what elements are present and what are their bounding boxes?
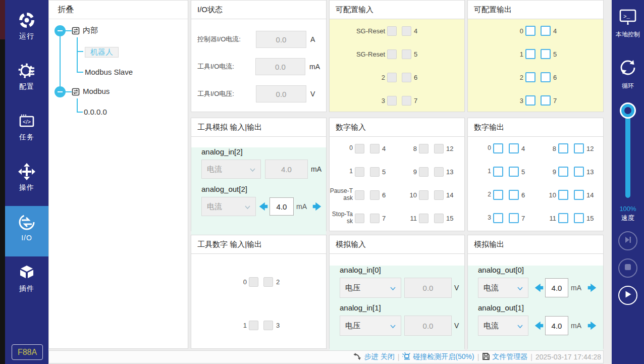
increase-arrow-icon[interactable] bbox=[311, 200, 323, 213]
configurable-output-panel: 可配置输出 0 4 1 5 2 6 3 7 bbox=[467, 0, 604, 112]
digital-output-checkbox[interactable] bbox=[509, 143, 519, 153]
config-output-checkbox[interactable] bbox=[541, 49, 551, 59]
digital-input-checkbox bbox=[355, 214, 364, 223]
nav-item-run[interactable]: 运行 bbox=[5, 4, 48, 55]
increase-arrow-icon[interactable] bbox=[586, 320, 598, 332]
io-status-row: 工具I/O电压: 0.0 V bbox=[197, 85, 320, 102]
chevron-down-icon bbox=[517, 284, 523, 292]
unit-label: mA bbox=[311, 165, 321, 173]
tree-body: 内部 机器人 Modbus Slave Modbus 0.0.0.0 bbox=[49, 19, 188, 348]
channel-label: 2 bbox=[330, 74, 385, 81]
chevron-down-icon bbox=[245, 202, 250, 211]
config-output-checkbox[interactable] bbox=[541, 26, 551, 36]
nav-item-config[interactable]: 配置 bbox=[5, 55, 48, 105]
tree-node-robot[interactable]: 机器人 bbox=[85, 47, 119, 58]
unit-label: mA bbox=[296, 202, 307, 211]
loop-button[interactable]: 循环 bbox=[612, 58, 644, 90]
digital-input-checkbox bbox=[434, 190, 444, 200]
select-value: 电压 bbox=[345, 321, 360, 331]
config-output-checkbox[interactable] bbox=[525, 26, 535, 36]
tree-node-modbus[interactable]: Modbus bbox=[83, 87, 110, 95]
channel-label: Stop-Task bbox=[330, 211, 353, 225]
digital-output-checkbox[interactable] bbox=[493, 143, 503, 153]
panel-title: 数字输入 bbox=[330, 118, 464, 137]
config-output-checkbox[interactable] bbox=[525, 72, 535, 82]
digital-input-panel: 数字输入 0 4 8 12 1 5 9 13 Pause-Task 6 bbox=[329, 118, 465, 231]
system-datetime: 2025-03-17 17:44:28 bbox=[535, 353, 601, 361]
config-output-checkbox[interactable] bbox=[541, 95, 551, 106]
nav-item-task[interactable]: </> 任务 bbox=[5, 105, 48, 155]
config-output-row: 3 7 bbox=[468, 89, 603, 112]
config-output-checkbox[interactable] bbox=[525, 95, 535, 106]
digital-output-checkbox[interactable] bbox=[509, 190, 519, 200]
io-tree-panel: 折叠 内部 机器人 Modbus Slave Modbus 0.0.0.0 bbox=[48, 0, 188, 349]
loop-icon bbox=[618, 58, 638, 80]
digital-output-checkbox[interactable] bbox=[558, 143, 568, 153]
config-output-row: 2 6 bbox=[468, 66, 603, 89]
config-output-checkbox[interactable] bbox=[541, 72, 551, 82]
analog-in0-mode-select[interactable]: 电压 bbox=[340, 278, 401, 298]
tree-node-modbus-address[interactable]: 0.0.0.0 bbox=[84, 108, 107, 116]
tree-collapse-header[interactable]: 折叠 bbox=[49, 1, 188, 19]
collision-detection-status[interactable]: 碰撞检测开启(50%) bbox=[402, 352, 474, 362]
channel-name: analog_in[0] bbox=[340, 266, 464, 274]
panel-title: 工具数字 输入|输出 bbox=[191, 235, 326, 254]
decrease-arrow-icon[interactable] bbox=[257, 200, 270, 213]
digital-output-checkbox[interactable] bbox=[493, 190, 503, 200]
digital-output-checkbox[interactable] bbox=[558, 213, 568, 223]
unit-label: A bbox=[310, 35, 315, 43]
speed-slider-handle[interactable] bbox=[621, 104, 634, 117]
local-control-button[interactable]: >_ 本地控制 bbox=[612, 8, 644, 39]
channel-label: 11 bbox=[538, 215, 556, 222]
config-input-checkbox bbox=[387, 73, 397, 82]
controller-io-current-field: 0.0 bbox=[256, 31, 306, 48]
play-button[interactable] bbox=[618, 286, 637, 305]
status-bar: 步进 关闭 | 碰撞检测开启(50%) | 文件管理器 | 2025-03-17… bbox=[48, 350, 604, 363]
digital-output-checkbox[interactable] bbox=[574, 213, 584, 223]
tool-digital-panel: 工具数字 输入|输出 0 2 1 3 bbox=[191, 235, 327, 349]
speed-label: 速度 bbox=[612, 214, 644, 223]
digital-output-checkbox[interactable] bbox=[493, 213, 503, 223]
tree-node-modbus-slave[interactable]: Modbus Slave bbox=[85, 68, 133, 76]
channel-label: 6 bbox=[553, 74, 557, 81]
channel-label: 1 bbox=[468, 168, 491, 175]
digital-output-checkbox[interactable] bbox=[574, 190, 584, 200]
digital-output-checkbox[interactable] bbox=[558, 190, 568, 200]
tree-collapse-toggle[interactable] bbox=[55, 25, 66, 36]
channel-name: analog_out[1] bbox=[478, 303, 603, 312]
digital-input-checkbox bbox=[370, 214, 380, 223]
right-control-bar: >_ 本地控制 循环 100% 速度 bbox=[612, 0, 644, 364]
config-input-checkbox bbox=[402, 26, 411, 36]
speed-slider-track[interactable] bbox=[625, 108, 630, 198]
digital-output-checkbox[interactable] bbox=[574, 167, 584, 177]
digital-output-checkbox[interactable] bbox=[509, 167, 519, 177]
digital-output-checkbox[interactable] bbox=[509, 213, 519, 223]
floppy-disk-icon bbox=[482, 352, 490, 362]
analog-in1-mode-select[interactable]: 电压 bbox=[340, 316, 401, 336]
increase-arrow-icon[interactable] bbox=[586, 282, 598, 294]
tree-node-internal[interactable]: 内部 bbox=[83, 26, 98, 35]
analog-out0-mode-select[interactable]: 电流 bbox=[478, 278, 528, 298]
tool-analog-out-value-input[interactable]: 4.0 bbox=[270, 197, 294, 216]
digital-output-checkbox[interactable] bbox=[574, 143, 584, 153]
nav-item-operate[interactable]: 操作 bbox=[5, 155, 48, 206]
decrease-arrow-icon[interactable] bbox=[533, 320, 545, 332]
config-input-checkbox bbox=[402, 96, 411, 106]
analog-out0-value-input[interactable]: 4.0 bbox=[545, 278, 568, 297]
tree-collapse-toggle[interactable] bbox=[55, 86, 66, 97]
channel-label: 4 bbox=[382, 145, 397, 152]
nav-item-plugin[interactable]: 插件 bbox=[5, 256, 48, 307]
digital-output-checkbox[interactable] bbox=[493, 167, 503, 177]
analog-out1-value-input[interactable]: 4.0 bbox=[545, 316, 568, 335]
device-id-button[interactable]: F88A bbox=[12, 344, 43, 360]
config-output-checkbox[interactable] bbox=[525, 49, 535, 59]
channel-label: Pause-Task bbox=[330, 188, 353, 202]
decrease-arrow-icon[interactable] bbox=[533, 282, 545, 294]
nav-item-io[interactable]: I/O bbox=[5, 206, 48, 256]
tool-analog-out-mode-select: 电流 bbox=[201, 197, 256, 216]
panel-title: 模拟输出 bbox=[468, 235, 603, 254]
file-manager-button[interactable]: 文件管理器 bbox=[482, 352, 527, 362]
digital-output-checkbox[interactable] bbox=[558, 167, 568, 177]
analog-out1-mode-select[interactable]: 电流 bbox=[478, 316, 528, 336]
step-mode-status[interactable]: 步进 关闭 bbox=[353, 352, 395, 362]
